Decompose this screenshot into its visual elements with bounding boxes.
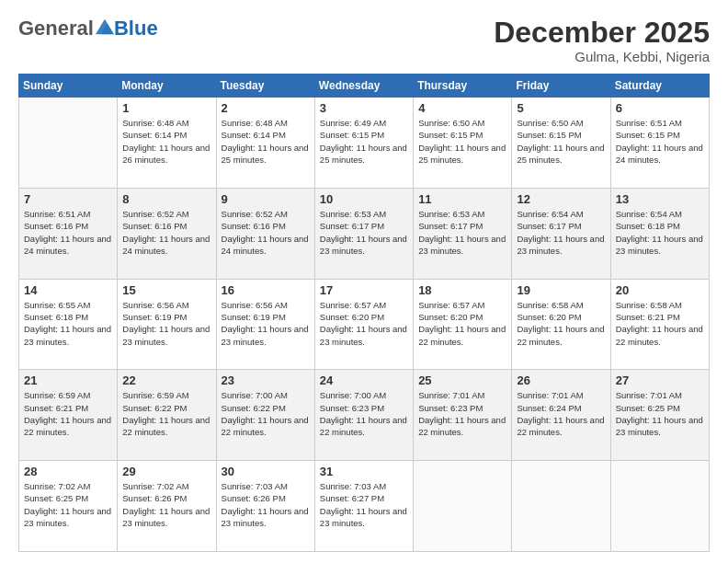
day-info: Sunrise: 6:50 AMSunset: 6:15 PMDaylight:…: [517, 117, 605, 166]
day-number: 9: [222, 192, 310, 206]
day-number: 15: [122, 283, 210, 297]
calendar-week-row: 7Sunrise: 6:51 AMSunset: 6:16 PMDaylight…: [19, 188, 710, 279]
day-info: Sunrise: 7:02 AMSunset: 6:25 PMDaylight:…: [24, 480, 112, 529]
location: Gulma, Kebbi, Nigeria: [494, 49, 710, 64]
day-number: 31: [320, 465, 408, 478]
calendar-week-row: 21Sunrise: 6:59 AMSunset: 6:21 PMDayligh…: [19, 370, 710, 461]
calendar-cell: 13Sunrise: 6:54 AMSunset: 6:18 PMDayligh…: [610, 188, 709, 279]
header: General Blue December 2025 Gulma, Kebbi,…: [18, 17, 710, 64]
calendar-cell: 1Sunrise: 6:48 AMSunset: 6:14 PMDaylight…: [118, 98, 216, 189]
logo-blue: Blue: [114, 17, 158, 40]
day-info: Sunrise: 6:53 AMSunset: 6:17 PMDaylight:…: [418, 208, 506, 257]
calendar-cell: 29Sunrise: 7:02 AMSunset: 6:26 PMDayligh…: [118, 461, 216, 552]
day-info: Sunrise: 7:01 AMSunset: 6:24 PMDaylight:…: [517, 389, 605, 438]
calendar-cell: 8Sunrise: 6:52 AMSunset: 6:16 PMDaylight…: [118, 188, 216, 279]
calendar-cell: 18Sunrise: 6:57 AMSunset: 6:20 PMDayligh…: [414, 279, 512, 370]
day-info: Sunrise: 6:57 AMSunset: 6:20 PMDaylight:…: [320, 299, 408, 348]
day-number: 16: [222, 283, 310, 297]
calendar-header-row: SundayMondayTuesdayWednesdayThursdayFrid…: [19, 75, 710, 98]
calendar-cell: 14Sunrise: 6:55 AMSunset: 6:18 PMDayligh…: [19, 279, 118, 370]
day-number: 17: [320, 283, 408, 297]
calendar-day-header: Monday: [118, 75, 216, 98]
logo-text: General Blue: [18, 17, 158, 40]
logo-general: General: [18, 17, 94, 40]
day-info: Sunrise: 6:55 AMSunset: 6:18 PMDaylight:…: [24, 299, 112, 348]
day-number: 18: [418, 283, 506, 297]
day-info: Sunrise: 6:53 AMSunset: 6:17 PMDaylight:…: [320, 208, 408, 257]
calendar-cell: [19, 98, 118, 189]
day-number: 19: [517, 283, 605, 297]
calendar-day-header: Friday: [512, 75, 610, 98]
day-number: 10: [320, 192, 408, 206]
logo: General Blue: [18, 17, 158, 40]
calendar-cell: 17Sunrise: 6:57 AMSunset: 6:20 PMDayligh…: [314, 279, 413, 370]
day-number: 20: [616, 283, 704, 297]
calendar-cell: 3Sunrise: 6:49 AMSunset: 6:15 PMDaylight…: [314, 98, 413, 189]
day-info: Sunrise: 7:00 AMSunset: 6:23 PMDaylight:…: [320, 389, 408, 438]
day-info: Sunrise: 6:48 AMSunset: 6:14 PMDaylight:…: [222, 117, 310, 166]
calendar-cell: 5Sunrise: 6:50 AMSunset: 6:15 PMDaylight…: [512, 98, 610, 189]
day-number: 27: [616, 373, 704, 387]
calendar-cell: 11Sunrise: 6:53 AMSunset: 6:17 PMDayligh…: [414, 188, 512, 279]
calendar-cell: 23Sunrise: 7:00 AMSunset: 6:22 PMDayligh…: [216, 370, 314, 461]
day-info: Sunrise: 6:51 AMSunset: 6:15 PMDaylight:…: [616, 117, 704, 166]
calendar-cell: 22Sunrise: 6:59 AMSunset: 6:22 PMDayligh…: [118, 370, 216, 461]
calendar-day-header: Wednesday: [314, 75, 413, 98]
day-info: Sunrise: 6:58 AMSunset: 6:20 PMDaylight:…: [517, 299, 605, 348]
day-info: Sunrise: 6:56 AMSunset: 6:19 PMDaylight:…: [222, 299, 310, 348]
calendar-cell: 30Sunrise: 7:03 AMSunset: 6:26 PMDayligh…: [216, 461, 314, 552]
day-info: Sunrise: 6:59 AMSunset: 6:21 PMDaylight:…: [24, 389, 112, 438]
calendar-day-header: Sunday: [19, 75, 118, 98]
calendar-cell: [512, 461, 610, 552]
calendar-cell: 7Sunrise: 6:51 AMSunset: 6:16 PMDaylight…: [19, 188, 118, 279]
month-title: December 2025: [494, 17, 710, 49]
calendar-cell: 24Sunrise: 7:00 AMSunset: 6:23 PMDayligh…: [314, 370, 413, 461]
calendar-cell: 2Sunrise: 6:48 AMSunset: 6:14 PMDaylight…: [216, 98, 314, 189]
day-info: Sunrise: 6:48 AMSunset: 6:14 PMDaylight:…: [122, 117, 210, 166]
day-number: 21: [24, 373, 112, 387]
calendar-cell: 15Sunrise: 6:56 AMSunset: 6:19 PMDayligh…: [118, 279, 216, 370]
calendar-cell: 19Sunrise: 6:58 AMSunset: 6:20 PMDayligh…: [512, 279, 610, 370]
day-info: Sunrise: 6:57 AMSunset: 6:20 PMDaylight:…: [418, 299, 506, 348]
calendar-cell: [610, 461, 709, 552]
day-info: Sunrise: 6:56 AMSunset: 6:19 PMDaylight:…: [122, 299, 210, 348]
calendar-week-row: 14Sunrise: 6:55 AMSunset: 6:18 PMDayligh…: [19, 279, 710, 370]
day-number: 1: [122, 101, 210, 115]
day-info: Sunrise: 7:01 AMSunset: 6:25 PMDaylight:…: [616, 389, 704, 438]
calendar-cell: 25Sunrise: 7:01 AMSunset: 6:23 PMDayligh…: [414, 370, 512, 461]
day-number: 23: [222, 373, 310, 387]
day-number: 7: [24, 192, 112, 206]
calendar-cell: 28Sunrise: 7:02 AMSunset: 6:25 PMDayligh…: [19, 461, 118, 552]
day-info: Sunrise: 7:00 AMSunset: 6:22 PMDaylight:…: [222, 389, 310, 438]
calendar-cell: 31Sunrise: 7:03 AMSunset: 6:27 PMDayligh…: [314, 461, 413, 552]
page: General Blue December 2025 Gulma, Kebbi,…: [0, 0, 728, 563]
day-number: 6: [616, 101, 704, 115]
day-number: 22: [122, 373, 210, 387]
title-section: December 2025 Gulma, Kebbi, Nigeria: [494, 17, 710, 64]
day-info: Sunrise: 7:01 AMSunset: 6:23 PMDaylight:…: [418, 389, 506, 438]
logo-icon: [96, 18, 114, 35]
day-number: 2: [222, 101, 310, 115]
day-number: 14: [24, 283, 112, 297]
calendar-day-header: Tuesday: [216, 75, 314, 98]
calendar-cell: 9Sunrise: 6:52 AMSunset: 6:16 PMDaylight…: [216, 188, 314, 279]
day-number: 5: [517, 101, 605, 115]
day-info: Sunrise: 6:52 AMSunset: 6:16 PMDaylight:…: [122, 208, 210, 257]
day-number: 29: [122, 465, 210, 478]
day-number: 26: [517, 373, 605, 387]
calendar-table: SundayMondayTuesdayWednesdayThursdayFrid…: [18, 74, 710, 552]
day-info: Sunrise: 6:52 AMSunset: 6:16 PMDaylight:…: [222, 208, 310, 257]
day-info: Sunrise: 6:50 AMSunset: 6:15 PMDaylight:…: [418, 117, 506, 166]
calendar-cell: 4Sunrise: 6:50 AMSunset: 6:15 PMDaylight…: [414, 98, 512, 189]
calendar-cell: 27Sunrise: 7:01 AMSunset: 6:25 PMDayligh…: [610, 370, 709, 461]
day-number: 30: [222, 465, 310, 478]
day-number: 3: [320, 101, 408, 115]
day-info: Sunrise: 6:59 AMSunset: 6:22 PMDaylight:…: [122, 389, 210, 438]
day-number: 11: [418, 192, 506, 206]
day-number: 25: [418, 373, 506, 387]
calendar-cell: 26Sunrise: 7:01 AMSunset: 6:24 PMDayligh…: [512, 370, 610, 461]
day-info: Sunrise: 6:58 AMSunset: 6:21 PMDaylight:…: [616, 299, 704, 348]
day-info: Sunrise: 7:03 AMSunset: 6:26 PMDaylight:…: [222, 480, 310, 529]
day-info: Sunrise: 6:54 AMSunset: 6:17 PMDaylight:…: [517, 208, 605, 257]
day-number: 4: [418, 101, 506, 115]
